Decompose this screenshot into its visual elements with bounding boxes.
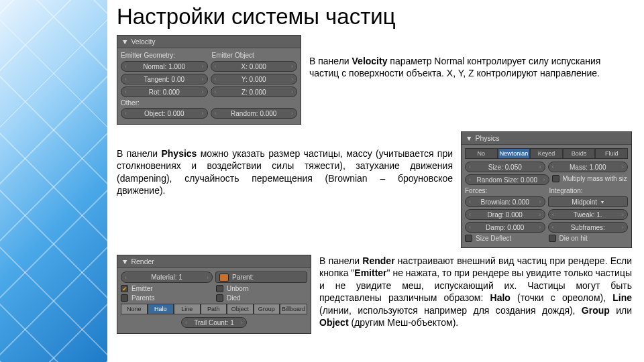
died-check[interactable]: Died bbox=[216, 294, 307, 302]
forces-label: Forces: bbox=[465, 187, 544, 194]
panel-title: Physics bbox=[475, 134, 499, 142]
trail-count-field[interactable]: ‹Trail Count: 1› bbox=[181, 317, 247, 328]
z-field[interactable]: ‹Z: 0.000› bbox=[211, 86, 298, 97]
render-tabs: None Halo Line Path Object Group Billboa… bbox=[121, 304, 307, 314]
tab-billboard[interactable]: Billboard bbox=[280, 304, 307, 314]
disclosure-down-icon: ▼ bbox=[466, 134, 472, 142]
cube-icon bbox=[219, 274, 229, 282]
panel-header[interactable]: ▼ Render bbox=[117, 255, 311, 268]
slide-content: Настройки системы частиц ▼ Velocity Emit… bbox=[107, 0, 644, 362]
random-field[interactable]: ‹Random: 0.000› bbox=[211, 108, 298, 119]
tab-none[interactable]: None bbox=[121, 304, 148, 314]
tab-boids[interactable]: Boids bbox=[563, 148, 596, 159]
physics-tabs: No Newtonian Keyed Boids Fluid bbox=[465, 148, 628, 159]
mass-field[interactable]: ‹Mass: 1.000› bbox=[548, 162, 629, 172]
parents-check[interactable]: Parents bbox=[121, 294, 212, 302]
integration-label: Integration: bbox=[549, 187, 629, 194]
size-field[interactable]: ‹Size: 0.050› bbox=[465, 162, 545, 172]
panel-title: Velocity bbox=[131, 38, 155, 46]
rot-field[interactable]: ‹Rot: 0.000› bbox=[121, 86, 208, 97]
normal-field[interactable]: ‹Normal: 1.000› bbox=[121, 61, 208, 72]
tab-group[interactable]: Group bbox=[254, 304, 280, 314]
emitter-geom-label: Emitter Geometry: bbox=[121, 52, 207, 59]
tab-path[interactable]: Path bbox=[201, 304, 227, 314]
x-field[interactable]: ‹X: 0.000› bbox=[211, 61, 298, 72]
material-field[interactable]: ‹Material: 1› bbox=[121, 272, 213, 283]
emitter-obj-label: Emitter Object bbox=[212, 52, 298, 59]
panel-header[interactable]: ▼ Physics bbox=[462, 132, 631, 145]
render-panel: ▼ Render ‹Material: 1› Parent: ✔Emitter … bbox=[117, 255, 311, 334]
die-on-hit-check[interactable]: Die on hit bbox=[549, 235, 629, 242]
disclosure-down-icon: ▼ bbox=[121, 38, 128, 46]
velocity-description: В панели Velocity параметр Normal контро… bbox=[309, 35, 632, 125]
tab-line[interactable]: Line bbox=[174, 304, 201, 314]
emitter-check[interactable]: ✔Emitter bbox=[121, 285, 212, 292]
size-deflect-check[interactable]: Size Deflect bbox=[465, 235, 545, 242]
parent-field[interactable]: Parent: bbox=[215, 272, 307, 283]
random-size-field[interactable]: ‹Random Size: 0.000› bbox=[465, 174, 549, 185]
physics-description: В панели Physics можно указать размер ча… bbox=[117, 131, 453, 248]
slide-title: Настройки системы частиц bbox=[117, 4, 632, 29]
drag-field[interactable]: ‹Drag: 0.000› bbox=[465, 209, 545, 220]
tweak-field[interactable]: ‹Tweak: 1.› bbox=[548, 209, 629, 220]
panel-title: Render bbox=[131, 257, 154, 265]
tab-newtonian[interactable]: Newtonian bbox=[498, 148, 531, 159]
physics-panel: ▼ Physics No Newtonian Keyed Boids Fluid… bbox=[461, 131, 632, 248]
other-label: Other: bbox=[121, 99, 297, 107]
tab-no[interactable]: No bbox=[465, 148, 498, 159]
tab-object[interactable]: Object bbox=[227, 304, 254, 314]
velocity-panel: ▼ Velocity Emitter Geometry: Emitter Obj… bbox=[117, 35, 301, 125]
object-field[interactable]: ‹Object: 0.000› bbox=[121, 108, 208, 119]
tab-halo[interactable]: Halo bbox=[148, 304, 174, 314]
midpoint-select[interactable]: Midpoint▾ bbox=[548, 196, 629, 207]
multiply-mass-check[interactable]: Multiply mass with siz bbox=[552, 174, 629, 183]
render-description: В панели Render настраивают внешний вид … bbox=[319, 255, 632, 334]
subframes-field[interactable]: ‹Subframes:› bbox=[548, 222, 629, 233]
disclosure-down-icon: ▼ bbox=[121, 257, 128, 265]
tab-fluid[interactable]: Fluid bbox=[595, 148, 628, 159]
panel-header[interactable]: ▼ Velocity bbox=[117, 36, 301, 48]
y-field[interactable]: ‹Y: 0.000› bbox=[211, 74, 298, 84]
tangent-field[interactable]: ‹Tangent: 0.00› bbox=[121, 74, 208, 84]
brownian-field[interactable]: ‹Brownian: 0.000› bbox=[465, 196, 545, 207]
unborn-check[interactable]: Unborn bbox=[216, 285, 307, 292]
decorative-sidebar bbox=[0, 0, 107, 362]
damp-field[interactable]: ‹Damp: 0.000› bbox=[465, 222, 545, 233]
tab-keyed[interactable]: Keyed bbox=[530, 148, 563, 159]
